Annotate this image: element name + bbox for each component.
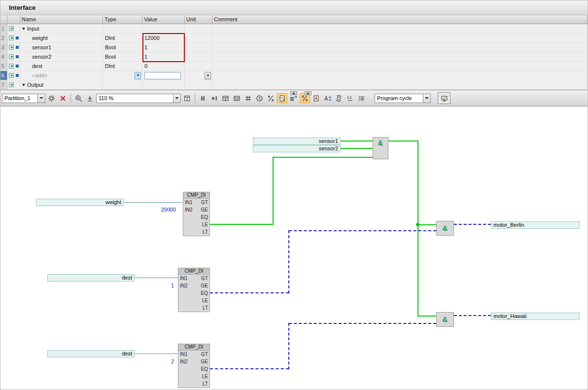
operand-dest-1[interactable]: dest xyxy=(47,274,135,282)
quotes-icon[interactable] xyxy=(345,93,355,103)
document-star-icon[interactable] xyxy=(277,93,287,103)
operand-sensor2[interactable]: sensor2 xyxy=(253,145,341,152)
value-cell[interactable]: 1 xyxy=(142,52,185,61)
operand-dest-2[interactable]: dest xyxy=(47,350,135,357)
header-unit[interactable]: Unit xyxy=(185,15,212,24)
operand-weight[interactable]: weight xyxy=(36,199,124,206)
constant-weight-limit[interactable]: 20000 xyxy=(138,207,176,213)
bars-icon[interactable] xyxy=(198,93,208,103)
name-cell[interactable]: weight xyxy=(20,34,103,42)
zoom-level-combobox[interactable]: 110 % xyxy=(96,94,181,103)
unit-select-cell[interactable] xyxy=(185,71,212,80)
dot-grid-icon[interactable] xyxy=(232,93,242,103)
type-dropdown-button[interactable] xyxy=(135,72,141,79)
row-number[interactable]: 2 xyxy=(0,34,7,42)
unit-cell[interactable] xyxy=(185,24,212,33)
constant-dest-hawaii[interactable]: 2 xyxy=(143,358,174,365)
value-cell[interactable] xyxy=(142,80,185,89)
partition-dropdown-button[interactable] xyxy=(37,94,45,103)
unit-cell[interactable] xyxy=(185,52,212,61)
collapse-caret-icon[interactable] xyxy=(22,84,25,86)
unit-cell[interactable] xyxy=(185,43,212,52)
splitter-collapse-button[interactable] xyxy=(290,91,297,95)
window-icon[interactable] xyxy=(182,93,192,103)
cycle-dropdown-button[interactable] xyxy=(423,94,430,103)
header-comment[interactable]: Comment xyxy=(212,15,588,24)
letter-a-arrows-icon[interactable] xyxy=(322,93,333,103)
unit-dropdown-button[interactable] xyxy=(205,72,211,79)
type-cell[interactable]: Bool xyxy=(103,52,142,61)
unit-cell[interactable] xyxy=(185,80,212,89)
name-cell[interactable]: dest xyxy=(20,62,103,71)
program-cycle-combobox[interactable]: Program cycle xyxy=(375,94,431,103)
row-number-selected[interactable]: 6 xyxy=(0,71,7,80)
operand-motor-hawaii[interactable]: motor_Hawaii xyxy=(491,313,580,320)
comment-cell[interactable] xyxy=(212,80,588,89)
operand-sensor1[interactable]: sensor1 xyxy=(253,138,341,145)
row-number[interactable]: 7 xyxy=(0,80,7,89)
cmp-block-dest-hawaii[interactable]: CMP_DI IN1 IN2 GT GE EQ LE LT xyxy=(178,344,210,388)
header-value[interactable]: Value xyxy=(142,15,185,24)
unit-cell[interactable] xyxy=(185,34,212,42)
add-variable-cell[interactable]: <add> xyxy=(20,71,103,80)
collapse-caret-icon[interactable] xyxy=(22,28,25,30)
list-icon[interactable] xyxy=(356,93,367,103)
one-over-x-icon[interactable] xyxy=(266,93,276,103)
operand-motor-berlin[interactable]: motor_Berlin xyxy=(491,221,580,229)
interface-table-header: Name Type Value Unit Comment xyxy=(0,15,588,24)
display-icon[interactable] xyxy=(438,92,450,104)
group-name-cell[interactable]: Input xyxy=(20,24,103,33)
play-bar-icon[interactable] xyxy=(209,93,219,103)
splitter-collapse-button[interactable] xyxy=(305,91,311,95)
name-cell[interactable]: sensor2 xyxy=(20,52,103,61)
row-number[interactable]: 4 xyxy=(0,52,7,61)
type-cell[interactable]: Bool xyxy=(103,43,142,52)
comment-cell[interactable] xyxy=(212,71,588,80)
row-number[interactable]: 3 xyxy=(0,43,7,52)
value-edit-cell[interactable] xyxy=(142,71,185,80)
value-input[interactable] xyxy=(144,72,181,79)
gear-arrows-icon[interactable] xyxy=(334,93,344,103)
zoom-dropdown-button[interactable] xyxy=(173,94,180,103)
value-cell[interactable]: 1 xyxy=(142,43,185,52)
type-cell[interactable]: DInt xyxy=(103,34,142,42)
group-name-cell[interactable]: Output xyxy=(20,80,103,89)
type-cell[interactable] xyxy=(103,24,142,33)
partition-combobox[interactable]: Partition_1 xyxy=(2,94,45,103)
fbd-network-canvas[interactable]: sensor1 sensor2 weight dest dest motor_B… xyxy=(0,106,588,390)
zoom-in-icon[interactable] xyxy=(73,93,84,103)
cmp-block-weight[interactable]: CMP_DI IN1 IN2 GT GE EQ LE LT xyxy=(183,192,210,236)
gear-icon[interactable] xyxy=(46,93,57,103)
comment-cell[interactable] xyxy=(212,43,588,52)
value-cell[interactable]: 12000 xyxy=(142,34,185,42)
name-cell[interactable]: sensor1 xyxy=(20,43,103,52)
blue-square-icon xyxy=(16,46,19,49)
constant-dest-berlin[interactable]: 1 xyxy=(143,283,174,289)
close-x-icon[interactable] xyxy=(58,93,68,103)
value-cell[interactable] xyxy=(142,24,185,33)
zoom-fit-icon[interactable] xyxy=(85,93,95,103)
comment-cell[interactable] xyxy=(212,24,588,33)
header-name[interactable]: Name xyxy=(20,15,103,24)
value-cell[interactable]: 0 xyxy=(142,62,185,71)
document-a-icon[interactable] xyxy=(311,93,321,103)
and-block-berlin[interactable]: & xyxy=(436,221,454,236)
clock-icon[interactable] xyxy=(254,93,265,103)
table-icon[interactable] xyxy=(220,93,231,103)
comment-cell[interactable] xyxy=(212,62,588,71)
unit-cell[interactable] xyxy=(185,62,212,71)
type-select-cell[interactable] xyxy=(103,71,142,80)
comment-cell[interactable] xyxy=(212,52,588,61)
cmp-block-dest-berlin[interactable]: CMP_DI IN1 IN2 GT GE EQ LE LT xyxy=(178,268,210,312)
port-in2: IN2 xyxy=(180,359,188,365)
type-cell[interactable] xyxy=(103,80,142,89)
and-block-hawaii[interactable]: & xyxy=(436,312,454,327)
and-block-main[interactable]: & xyxy=(373,137,388,159)
type-cell[interactable]: DInt xyxy=(103,62,142,71)
hash-grid-icon[interactable] xyxy=(243,93,253,103)
port-in2: IN2 xyxy=(180,283,188,289)
row-number[interactable]: 5 xyxy=(0,62,7,71)
comment-cell[interactable] xyxy=(212,34,588,42)
header-type[interactable]: Type xyxy=(103,15,142,24)
row-number[interactable]: 1 xyxy=(0,24,7,33)
